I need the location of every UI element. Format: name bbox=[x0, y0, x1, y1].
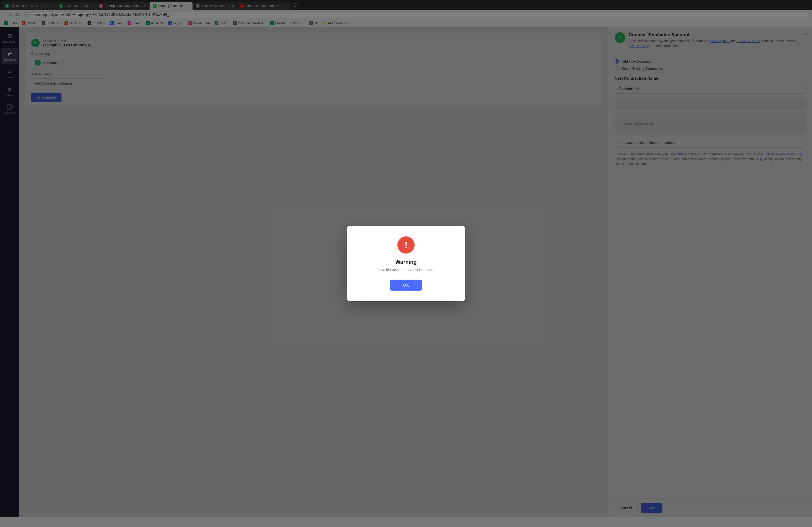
modal-message: Invalid Credentials or Subdomain bbox=[378, 268, 434, 272]
warning-exclamation-icon: ! bbox=[405, 241, 408, 249]
modal-overlay: ! Warning Invalid Credentials or Subdoma… bbox=[0, 0, 812, 527]
warning-icon-circle: ! bbox=[397, 236, 415, 254]
warning-modal: ! Warning Invalid Credentials or Subdoma… bbox=[347, 226, 465, 301]
modal-title: Warning bbox=[395, 259, 417, 265]
modal-ok-button[interactable]: OK bbox=[390, 280, 422, 291]
